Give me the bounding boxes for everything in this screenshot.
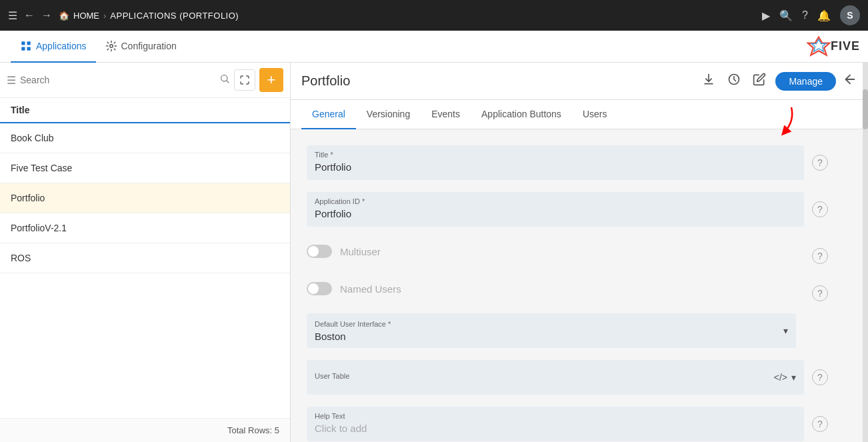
default-ui-dropdown-icon[interactable]: ▾ — [783, 325, 788, 336]
tab-users[interactable]: Users — [572, 101, 618, 129]
named-users-toggle[interactable] — [307, 282, 332, 295]
add-button[interactable]: + — [259, 68, 283, 92]
tab-applications[interactable]: Applications — [11, 31, 96, 63]
forward-icon[interactable]: → — [41, 9, 52, 21]
user-table-dropdown-icon[interactable]: ▾ — [791, 372, 796, 383]
title-field[interactable]: Title * Portfolio — [307, 145, 804, 180]
help-text-help-icon[interactable]: ? — [812, 416, 828, 432]
history-button[interactable] — [725, 70, 743, 92]
search-bar: ☰ + — [0, 63, 290, 98]
search-button[interactable] — [219, 73, 230, 87]
five-logo-icon — [807, 35, 831, 59]
scrollbar-thumb — [863, 89, 868, 129]
manage-button[interactable]: Manage — [775, 72, 836, 91]
breadcrumb-sep: › — [103, 11, 106, 21]
list-items: Book Club Five Test Case Portfolio Portf… — [0, 123, 290, 418]
help-text-value: Click to add — [315, 423, 367, 434]
default-ui-value: Boston — [315, 331, 346, 342]
list-item[interactable]: Five Test Case — [0, 153, 290, 183]
five-logo-text: FIVE — [831, 39, 860, 53]
tab-configuration[interactable]: Configuration — [96, 31, 186, 63]
tab-events[interactable]: Events — [421, 101, 471, 129]
svg-rect-3 — [27, 47, 31, 51]
home-icon: 🏠 — [59, 11, 69, 21]
left-panel: ☰ + Title Book Club Five Test Case Portf… — [0, 63, 291, 442]
app-id-field-row: Application ID * Portfolio ? — [307, 192, 828, 227]
home-label[interactable]: HOME — [73, 11, 99, 21]
svg-rect-2 — [21, 47, 25, 51]
breadcrumb: 🏠 HOME › APPLICATIONS (PORTFOLIO) — [59, 11, 239, 21]
five-logo: FIVE — [807, 35, 868, 59]
multiuser-toggle[interactable] — [307, 245, 332, 258]
main-tabbar: Applications Configuration FIVE — [0, 31, 868, 63]
main-layout: ☰ + Title Book Club Five Test Case Portf… — [0, 63, 868, 442]
list-item[interactable]: Book Club — [0, 123, 290, 153]
default-ui-content: Default User Interface * Boston — [315, 320, 783, 342]
right-panel: Portfolio — [291, 63, 868, 442]
help-icon[interactable]: ? — [802, 9, 808, 21]
app-id-field[interactable]: Application ID * Portfolio — [307, 192, 804, 227]
bell-icon[interactable]: 🔔 — [817, 9, 831, 22]
panel-header: Portfolio — [291, 63, 868, 100]
tab-general[interactable]: General — [301, 101, 356, 129]
filter-icon[interactable]: ☰ — [7, 74, 16, 87]
tab-applications-label: Applications — [36, 41, 87, 51]
search-icon[interactable]: 🔍 — [779, 9, 793, 22]
list-footer: Total Rows: 5 — [0, 418, 290, 442]
download-button[interactable] — [699, 70, 718, 92]
app-id-value: Portfolio — [315, 208, 351, 219]
named-users-help-icon[interactable]: ? — [812, 285, 828, 301]
list-item[interactable]: PortfolioV-2.1 — [0, 213, 290, 243]
user-table-field[interactable]: User Table </> ▾ — [307, 360, 804, 395]
toggle-knob — [308, 283, 319, 294]
list-header: Title — [0, 98, 290, 123]
form-area: Title * Portfolio ? Application ID * Por… — [291, 129, 868, 442]
back-button[interactable] — [843, 72, 857, 90]
user-table-content: User Table — [315, 372, 774, 383]
svg-rect-1 — [27, 41, 31, 45]
toggle-knob — [308, 246, 319, 257]
menu-icon[interactable]: ☰ — [8, 9, 17, 22]
default-ui-field-row: Default User Interface * Boston ▾ — [307, 313, 828, 348]
title-help-icon[interactable]: ? — [812, 155, 828, 171]
svg-point-4 — [109, 45, 113, 48]
tab-configuration-label: Configuration — [121, 41, 177, 51]
user-table-label: User Table — [315, 372, 774, 380]
avatar[interactable]: S — [840, 5, 860, 25]
multiuser-label: Multiuser — [340, 246, 804, 257]
tab-application-buttons[interactable]: Application Buttons — [471, 101, 572, 129]
search-input[interactable] — [20, 75, 215, 85]
named-users-row: Named Users ? — [307, 276, 828, 301]
back-icon[interactable]: ← — [24, 9, 35, 21]
multiuser-help-icon[interactable]: ? — [812, 248, 828, 264]
tab-versioning[interactable]: Versioning — [356, 101, 421, 129]
default-ui-label: Default User Interface * — [315, 320, 783, 328]
help-text-field[interactable]: Help Text Click to add — [307, 407, 804, 441]
list-item[interactable]: ROS — [0, 243, 290, 273]
user-table-help-icon[interactable]: ? — [812, 369, 828, 385]
multiuser-row: Multiuser ? — [307, 239, 828, 264]
default-ui-field[interactable]: Default User Interface * Boston ▾ — [307, 313, 796, 348]
gear-icon — [105, 40, 117, 52]
play-icon[interactable]: ▶ — [762, 9, 770, 22]
expand-button[interactable] — [234, 69, 255, 91]
user-table-actions: </> ▾ — [774, 372, 796, 383]
app-id-help-icon[interactable]: ? — [812, 201, 828, 217]
grid-icon — [20, 40, 32, 52]
code-icon[interactable]: </> — [774, 372, 787, 383]
named-users-label: Named Users — [340, 283, 804, 295]
content-tabs: General Versioning Events Application Bu… — [291, 100, 868, 129]
svg-marker-6 — [811, 39, 826, 51]
title-field-row: Title * Portfolio ? — [307, 145, 828, 180]
help-text-label: Help Text — [315, 412, 796, 420]
edit-button[interactable] — [750, 70, 769, 92]
breadcrumb-current: APPLICATIONS (PORTFOLIO) — [110, 11, 239, 21]
vertical-scrollbar[interactable] — [863, 63, 868, 442]
topbar: ☰ ← → 🏠 HOME › APPLICATIONS (PORTFOLIO) … — [0, 0, 868, 31]
title-value: Portfolio — [315, 161, 351, 173]
help-text-field-row: Help Text Click to add ? — [307, 407, 828, 441]
panel-title: Portfolio — [301, 73, 693, 89]
app-id-label: Application ID * — [315, 197, 796, 205]
list-item[interactable]: Portfolio — [0, 183, 290, 213]
user-table-field-row: User Table </> ▾ ? — [307, 360, 828, 395]
